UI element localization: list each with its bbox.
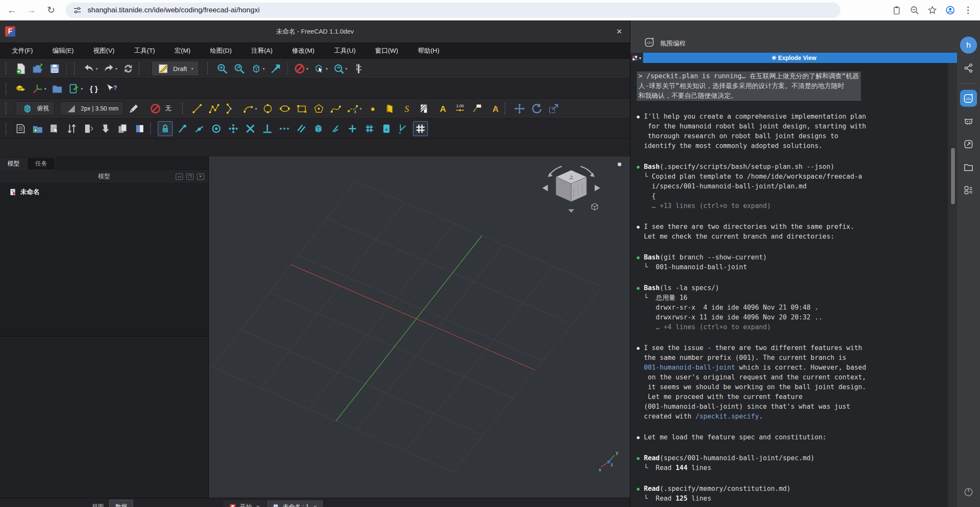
updown-button[interactable] <box>64 121 79 136</box>
pen-color-button[interactable] <box>126 101 141 116</box>
snap-workplane-button[interactable] <box>311 121 326 136</box>
save-file-button[interactable] <box>47 61 62 76</box>
forward-icon[interactable]: → <box>24 3 39 18</box>
redo-button[interactable]: ▾ <box>101 61 119 76</box>
draft-annostyle-button[interactable]: A <box>487 101 501 116</box>
toolbar-grip[interactable] <box>182 103 186 114</box>
terminal-scrollbar[interactable] <box>948 63 957 507</box>
scale-button[interactable] <box>546 101 561 116</box>
menu-item-6[interactable]: 绘图(D) <box>210 47 232 55</box>
dock-minimize-icon[interactable]: ▭ <box>176 174 183 180</box>
menu-item-7[interactable]: 注释(A) <box>251 47 273 55</box>
draft-shapestring-button[interactable]: S <box>399 101 414 116</box>
draft-rectangle-button[interactable] <box>294 101 309 116</box>
snap-grid-button[interactable] <box>362 121 377 136</box>
toolbar-grip[interactable] <box>74 63 78 74</box>
agent-terminal[interactable]: > /speckit.plan is running… 在互联网上做充分的了解和… <box>630 63 948 507</box>
bookmark-star-icon[interactable] <box>927 5 937 15</box>
clip-plane-button[interactable]: ▾ <box>292 61 310 76</box>
close-icon[interactable]: ✕ <box>313 504 317 507</box>
folder-outline-icon[interactable] <box>960 159 977 176</box>
layers-button[interactable] <box>13 121 28 136</box>
scrollbar-thumb[interactable] <box>951 148 955 204</box>
menu-item-8[interactable]: 修改(M) <box>292 47 315 55</box>
menu-item-5[interactable]: 宏(M) <box>174 47 191 55</box>
draft-ellipse-button[interactable] <box>277 101 292 116</box>
navigation-cube[interactable]: 上 <box>537 161 605 225</box>
reload-icon[interactable]: ↻ <box>43 3 59 18</box>
refresh-button[interactable] <box>121 61 136 76</box>
draft-polygon-button[interactable] <box>311 101 326 116</box>
clipboard-icon[interactable] <box>892 5 902 15</box>
toolbar-grip[interactable] <box>6 83 9 94</box>
snap-center-button[interactable] <box>209 121 224 136</box>
menu-item-11[interactable]: 帮助(H) <box>418 47 439 55</box>
menu-item-3[interactable]: 视图(V) <box>93 47 114 55</box>
toolbar-grip[interactable] <box>504 103 508 114</box>
terminal-link[interactable]: /speckit.specify <box>695 413 759 420</box>
zoom-fit-button[interactable] <box>215 61 230 76</box>
zoom-select-button[interactable] <box>232 61 247 76</box>
rotate-button[interactable] <box>529 101 544 116</box>
snap-endpoint-button[interactable] <box>175 121 190 136</box>
draft-arc-button[interactable]: ▾ <box>241 101 258 116</box>
menu-item-10[interactable]: 窗口(W) <box>375 47 398 55</box>
url-text[interactable]: shanghai.titanide.cn/ide/web/coding/free… <box>88 6 260 14</box>
menu-item-1[interactable]: 文件(F) <box>12 47 33 55</box>
toolbar-grip[interactable] <box>139 63 142 74</box>
new-file-button[interactable] <box>13 61 28 76</box>
menu-item-4[interactable]: 工具(T) <box>134 47 155 55</box>
expression-button[interactable]: { } <box>86 81 101 96</box>
page-swap-button[interactable] <box>81 121 96 136</box>
back-icon[interactable]: ← <box>4 3 20 18</box>
go-link-button[interactable] <box>268 61 283 76</box>
working-plane-button[interactable]: ▾ <box>30 81 48 96</box>
downgrade-button[interactable] <box>98 121 113 136</box>
draft-bezier-button[interactable]: 3▾ <box>345 101 363 116</box>
whats-this-button[interactable]: ? <box>103 81 118 96</box>
site-settings-icon[interactable] <box>72 5 83 15</box>
view-cube-button[interactable]: ▾ <box>249 61 266 76</box>
draft-bspline-button[interactable] <box>328 101 343 116</box>
draft-circle-button[interactable] <box>260 101 275 116</box>
toolbar-grip[interactable] <box>6 103 9 114</box>
move-button[interactable] <box>512 101 527 116</box>
open-file-button[interactable] <box>30 61 45 76</box>
view-direction-button[interactable]: 俯视 <box>16 101 54 116</box>
draft-point-button[interactable] <box>365 101 380 116</box>
snap-intersection-button[interactable] <box>243 121 258 136</box>
view-refresh-button[interactable]: ▾ <box>331 61 349 76</box>
menu-dots-icon[interactable] <box>963 5 973 15</box>
menu-item-2[interactable]: 编辑(E) <box>52 47 74 55</box>
snap-perpendicular-button[interactable] <box>260 121 275 136</box>
close-icon[interactable]: ✕ <box>256 504 260 507</box>
close-icon[interactable]: ✕ <box>616 27 622 36</box>
mdi-tab-start[interactable]: 开始 ✕ <box>223 500 267 507</box>
power-icon[interactable] <box>960 483 977 500</box>
group-folder-button[interactable] <box>50 81 65 96</box>
toolbar-grip[interactable] <box>6 63 9 74</box>
draft-wire-button[interactable] <box>207 101 222 116</box>
layout-icon[interactable] <box>960 182 977 199</box>
box-select-button[interactable]: ▾ <box>312 61 329 76</box>
measure-button[interactable] <box>351 61 366 76</box>
autogroup-button[interactable]: 无 <box>144 101 177 116</box>
draft-label-button[interactable] <box>470 101 484 116</box>
share-icon[interactable] <box>960 60 977 77</box>
snap-parallel-button[interactable] <box>294 121 309 136</box>
zoom-out-icon[interactable] <box>909 5 920 15</box>
snap-dims-button[interactable] <box>379 121 394 136</box>
snap-special-button[interactable] <box>226 121 241 136</box>
vibe-coding-icon[interactable]: </> <box>960 90 977 107</box>
toolbar-grip[interactable] <box>207 63 211 74</box>
toolbar-grip[interactable] <box>150 122 154 134</box>
draft-line-button[interactable] <box>190 101 205 116</box>
tab-data[interactable]: 数据 <box>109 500 133 507</box>
menu-item-9[interactable]: 工具(U) <box>334 47 356 55</box>
avatar[interactable]: h <box>960 37 977 54</box>
terminal-link[interactable]: 001-humanoid-ball-joint <box>644 364 735 371</box>
draft-dimension-button[interactable]: 1.00 <box>453 101 467 116</box>
line-style-button[interactable]: 2px | 3.50 mm <box>60 101 124 116</box>
select-plane-button[interactable] <box>47 121 62 136</box>
address-bar[interactable]: shanghai.titanide.cn/ide/web/coding/free… <box>66 3 840 18</box>
